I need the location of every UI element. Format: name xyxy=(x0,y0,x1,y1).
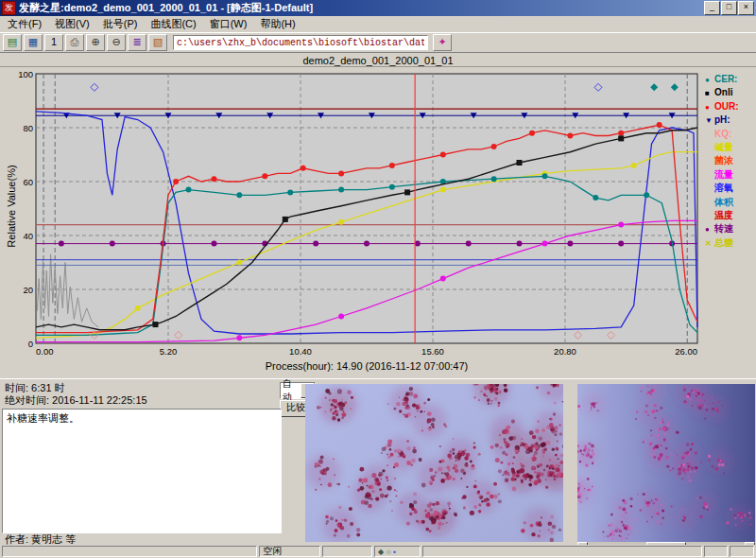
status-segment-4 xyxy=(422,546,702,557)
square-blue-icon: ▪ xyxy=(393,548,396,556)
legend-item-8[interactable]: 溶氧 xyxy=(705,182,755,195)
legend-label: pH: xyxy=(714,114,730,125)
zoom-out-icon[interactable]: ⊖ xyxy=(107,34,126,51)
legend-label: 体积 xyxy=(714,197,733,207)
window-buttons: _□× xyxy=(704,1,754,15)
open-icon[interactable]: ▤ xyxy=(3,34,22,51)
svg-text:0.00: 0.00 xyxy=(36,346,54,357)
menubar: 文件(F)视图(V)批号(P)曲线图(C)窗口(W)帮助(H) xyxy=(0,16,756,32)
titlebar: 发 发酵之星:demo2_demo_001_2000_01_01 - [静态图-… xyxy=(0,0,756,16)
maximize-button[interactable]: □ xyxy=(721,1,737,15)
status-segment-1: 空闲 xyxy=(259,546,320,557)
legend-item-1[interactable]: ■Onli xyxy=(705,86,755,99)
svg-text:5.20: 5.20 xyxy=(160,346,178,357)
menu-item-file[interactable]: 文件(F) xyxy=(1,16,48,32)
legend-marker-icon: ■ xyxy=(705,87,714,99)
svg-text:40: 40 xyxy=(23,231,33,241)
diamond-filled-icon: ◆ xyxy=(378,548,384,556)
app-icon: 发 xyxy=(2,1,16,15)
print-icon[interactable]: ⎙ xyxy=(65,34,84,51)
menu-item-chart[interactable]: 曲线图(C) xyxy=(144,16,202,32)
list-icon[interactable]: ≣ xyxy=(128,34,146,51)
close-button[interactable]: × xyxy=(738,1,754,15)
svg-text:20.80: 20.80 xyxy=(554,346,576,357)
legend-label: 总糖 xyxy=(714,237,733,248)
diamond-light-icon: ◆ xyxy=(386,548,391,556)
bottom-panel: 时间: 6:31 时 绝对时间: 2016-11-11 22:25:15 自动 … xyxy=(0,378,756,546)
legend-item-3[interactable]: ▼pH: xyxy=(705,113,755,127)
legend-item-11[interactable]: ●转速 xyxy=(705,222,755,235)
legend-label: CER: xyxy=(714,74,737,84)
legend-label: 转速 xyxy=(714,223,733,234)
chart-legend: ●CER:■Onli●OUR:▼pH:KQ:碱量菌浓流量溶氧体积温度●转速✕总糖 xyxy=(705,73,755,250)
refresh-icon[interactable]: ✦ xyxy=(433,34,452,51)
svg-text:26.00: 26.00 xyxy=(675,346,697,357)
window-title: 发酵之星:demo2_demo_001_2000_01_01 - [静态图-1-… xyxy=(19,1,701,15)
legend-marker-icon: ✕ xyxy=(705,237,714,250)
legend-label: 溶氧 xyxy=(714,183,733,193)
zoom-in-icon[interactable]: ⊕ xyxy=(86,34,105,51)
note-textarea[interactable]: 补糖速率调整。 xyxy=(2,409,282,533)
legend-label: 菌浓 xyxy=(714,155,733,166)
legend-item-2[interactable]: ●OUR: xyxy=(705,100,755,113)
legend-marker-icon: ● xyxy=(705,223,714,235)
file-path-input[interactable] xyxy=(173,35,428,50)
legend-item-10[interactable]: 温度 xyxy=(705,209,755,222)
svg-text:20: 20 xyxy=(23,285,33,295)
toolbar: ▤▦1⎙⊕⊖≣▧ ✦ xyxy=(0,32,756,53)
legend-label: Onli xyxy=(714,87,732,97)
window-1-icon[interactable]: 1 xyxy=(44,34,63,51)
legend-label: OUR: xyxy=(714,101,739,112)
status-segment-5 xyxy=(704,546,729,557)
legend-item-12[interactable]: ✕总糖 xyxy=(705,236,755,250)
legend-item-0[interactable]: ●CER: xyxy=(705,73,755,86)
menu-item-view[interactable]: 视图(V) xyxy=(48,16,96,32)
legend-marker-icon: ▼ xyxy=(705,114,714,127)
toolbar-buttons: ▤▦1⎙⊕⊖≣▧ xyxy=(3,34,167,51)
status-segment-2 xyxy=(322,546,372,557)
status-segment-3: ◆◆▪ xyxy=(374,546,421,557)
menu-item-batch[interactable]: 批号(P) xyxy=(96,16,145,32)
legend-label: 流量 xyxy=(714,169,733,180)
statusbar: 空闲◆◆▪ xyxy=(0,545,756,558)
chart-plot[interactable]: 0204060801000.005.2010.4015.6020.8026.00… xyxy=(11,69,707,377)
svg-text:100: 100 xyxy=(18,69,33,79)
status-segment-6 xyxy=(730,546,754,557)
svg-text:15.60: 15.60 xyxy=(421,346,444,357)
chart-icon[interactable]: ▧ xyxy=(148,34,167,51)
legend-label: 温度 xyxy=(714,210,733,220)
micrograph-left[interactable] xyxy=(305,384,563,542)
svg-text:0: 0 xyxy=(28,339,33,349)
legend-item-4[interactable]: KQ: xyxy=(705,128,755,141)
svg-text:60: 60 xyxy=(23,177,33,187)
micrograph-right[interactable] xyxy=(577,384,755,542)
legend-label: 碱量 xyxy=(714,142,733,152)
legend-item-5[interactable]: 碱量 xyxy=(705,141,755,154)
legend-marker-icon: ● xyxy=(705,74,714,86)
chart-region: Relative Value(%) 0204060801000.005.2010… xyxy=(0,66,756,379)
absolute-time-label: 绝对时间: 2016-11-11 22:25:15 xyxy=(5,393,147,408)
legend-item-9[interactable]: 体积 xyxy=(705,196,755,209)
note-text: 补糖速率调整。 xyxy=(7,412,79,424)
menu-item-help[interactable]: 帮助(H) xyxy=(253,16,301,32)
legend-item-6[interactable]: 菌浓 xyxy=(705,154,755,167)
svg-text:80: 80 xyxy=(23,123,33,133)
svg-text:Process(hour): 14.90 (2016-11-: Process(hour): 14.90 (2016-11-12 07:00:4… xyxy=(266,360,468,372)
status-segment-0 xyxy=(2,546,257,557)
save-icon[interactable]: ▦ xyxy=(24,34,43,51)
legend-marker-icon: ● xyxy=(705,101,714,113)
chart-window-caption: demo2_demo_001_2000_01_01 xyxy=(0,51,756,66)
legend-label: KQ: xyxy=(714,129,731,139)
svg-text:10.40: 10.40 xyxy=(289,346,312,357)
menu-item-window[interactable]: 窗口(W) xyxy=(203,16,254,32)
minimize-button[interactable]: _ xyxy=(704,1,720,15)
legend-item-7[interactable]: 流量 xyxy=(705,168,755,182)
